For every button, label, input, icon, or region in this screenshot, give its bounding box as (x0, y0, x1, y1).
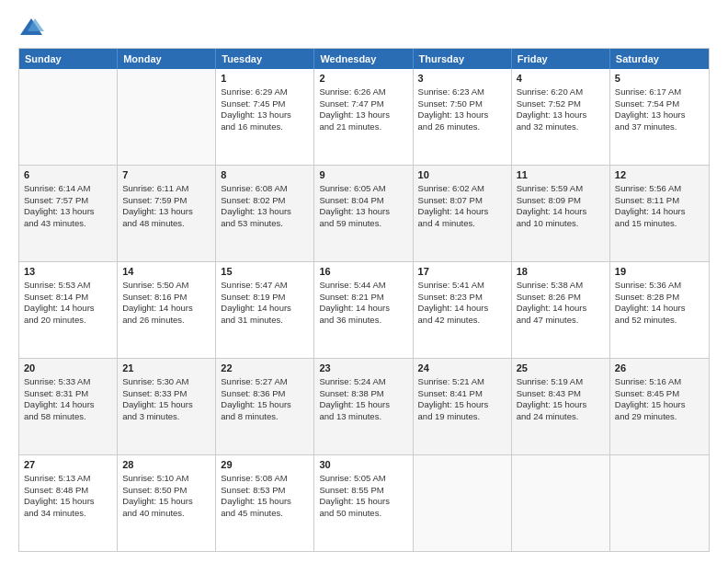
day-info: Sunrise: 5:36 AM (615, 280, 704, 292)
day-info: Sunrise: 5:13 AM (24, 473, 112, 485)
day-info: and 4 minutes. (418, 218, 506, 230)
calendar-cell: 18Sunrise: 5:38 AMSunset: 8:26 PMDayligh… (512, 262, 610, 358)
day-info: Sunrise: 5:50 AM (122, 280, 210, 292)
day-number: 1 (221, 72, 309, 86)
day-info: and 26 minutes. (418, 121, 506, 133)
calendar-cell: 6Sunrise: 6:14 AMSunset: 7:57 PMDaylight… (19, 166, 118, 261)
calendar-cell: 4Sunrise: 6:20 AMSunset: 7:52 PMDaylight… (512, 69, 610, 165)
day-info: Sunrise: 5:41 AM (418, 280, 506, 292)
header-day: Monday (118, 49, 216, 69)
calendar-row: 6Sunrise: 6:14 AMSunset: 7:57 PMDaylight… (19, 165, 709, 261)
calendar-cell: 16Sunrise: 5:44 AMSunset: 8:21 PMDayligh… (314, 262, 413, 358)
calendar-cell: 15Sunrise: 5:47 AMSunset: 8:19 PMDayligh… (216, 262, 314, 358)
day-number: 19 (615, 265, 704, 279)
day-number: 25 (517, 362, 605, 375)
day-info: Sunset: 8:55 PM (319, 485, 407, 497)
day-info: and 19 minutes. (418, 411, 506, 423)
day-info: Sunrise: 6:23 AM (418, 86, 506, 98)
day-info: and 47 minutes. (517, 315, 605, 327)
day-info: Sunset: 7:57 PM (24, 195, 112, 207)
day-info: Sunset: 7:47 PM (319, 98, 407, 110)
day-info: Daylight: 14 hours (319, 303, 407, 315)
day-info: Daylight: 14 hours (615, 303, 704, 315)
day-number: 23 (319, 362, 407, 375)
day-info: Daylight: 14 hours (122, 303, 210, 315)
day-info: Sunset: 8:11 PM (615, 195, 704, 207)
calendar-cell: 22Sunrise: 5:27 AMSunset: 8:36 PMDayligh… (216, 359, 314, 454)
day-number: 24 (418, 362, 506, 375)
day-info: Daylight: 14 hours (418, 303, 506, 315)
day-info: Daylight: 15 hours (319, 399, 407, 411)
day-info: and 43 minutes. (24, 218, 112, 230)
calendar-cell: 1Sunrise: 6:29 AMSunset: 7:45 PMDaylight… (216, 69, 314, 165)
day-info: Sunrise: 5:47 AM (221, 280, 309, 292)
day-info: Sunset: 8:33 PM (122, 388, 210, 400)
calendar-cell: 8Sunrise: 6:08 AMSunset: 8:02 PMDaylight… (216, 166, 314, 261)
calendar-cell: 17Sunrise: 5:41 AMSunset: 8:23 PMDayligh… (414, 262, 512, 358)
day-info: and 16 minutes. (221, 121, 309, 133)
day-number: 3 (418, 72, 506, 86)
day-number: 27 (24, 458, 112, 472)
day-info: and 10 minutes. (517, 218, 605, 230)
day-info: Sunrise: 5:24 AM (319, 376, 407, 388)
day-info: Sunset: 8:07 PM (418, 195, 506, 207)
calendar-cell (118, 69, 216, 165)
day-info: Daylight: 15 hours (615, 399, 704, 411)
calendar-cell: 25Sunrise: 5:19 AMSunset: 8:43 PMDayligh… (512, 359, 610, 454)
day-info: and 53 minutes. (221, 218, 309, 230)
day-info: Daylight: 13 hours (24, 206, 112, 218)
day-number: 18 (517, 265, 605, 279)
day-info: Sunset: 8:41 PM (418, 388, 506, 400)
day-info: Daylight: 13 hours (615, 109, 704, 121)
day-number: 9 (319, 168, 407, 182)
day-info: Sunrise: 5:16 AM (615, 376, 704, 388)
day-number: 4 (517, 72, 605, 86)
day-info: Daylight: 15 hours (24, 496, 112, 508)
day-number: 28 (122, 458, 210, 472)
day-info: Sunset: 8:14 PM (24, 292, 112, 304)
day-number: 20 (24, 362, 112, 375)
day-info: Daylight: 15 hours (221, 496, 309, 508)
day-info: Daylight: 14 hours (24, 303, 112, 315)
day-info: Daylight: 15 hours (418, 399, 506, 411)
day-info: Sunset: 8:16 PM (122, 292, 210, 304)
calendar-body: 1Sunrise: 6:29 AMSunset: 7:45 PMDaylight… (19, 69, 709, 551)
calendar-cell: 21Sunrise: 5:30 AMSunset: 8:33 PMDayligh… (118, 359, 216, 454)
day-info: Daylight: 14 hours (221, 303, 309, 315)
day-info: Sunset: 8:02 PM (221, 195, 309, 207)
day-info: Sunrise: 5:44 AM (319, 280, 407, 292)
day-info: Daylight: 13 hours (122, 206, 210, 218)
day-info: and 48 minutes. (122, 218, 210, 230)
day-info: Daylight: 14 hours (418, 206, 506, 218)
calendar-cell: 20Sunrise: 5:33 AMSunset: 8:31 PMDayligh… (19, 359, 118, 454)
header-day: Friday (512, 49, 610, 69)
calendar-row: 20Sunrise: 5:33 AMSunset: 8:31 PMDayligh… (19, 358, 709, 454)
day-info: Sunrise: 5:30 AM (122, 376, 210, 388)
day-info: Daylight: 15 hours (122, 399, 210, 411)
day-info: Sunset: 7:54 PM (615, 98, 704, 110)
day-info: Sunrise: 6:11 AM (122, 183, 210, 195)
day-info: and 40 minutes. (122, 508, 210, 520)
calendar-row: 13Sunrise: 5:53 AMSunset: 8:14 PMDayligh… (19, 261, 709, 358)
day-number: 13 (24, 265, 112, 279)
day-info: Sunset: 7:52 PM (517, 98, 605, 110)
calendar-row: 1Sunrise: 6:29 AMSunset: 7:45 PMDaylight… (19, 69, 709, 165)
day-info: Sunrise: 5:53 AM (24, 280, 112, 292)
calendar-header: SundayMondayTuesdayWednesdayThursdayFrid… (19, 49, 709, 69)
day-info: and 21 minutes. (319, 121, 407, 133)
day-info: Sunset: 8:50 PM (122, 485, 210, 497)
day-info: and 50 minutes. (319, 508, 407, 520)
calendar-cell (414, 455, 512, 551)
day-info: and 29 minutes. (615, 411, 704, 423)
calendar-cell (610, 455, 709, 551)
day-info: Daylight: 13 hours (221, 206, 309, 218)
day-info: Sunset: 8:26 PM (517, 292, 605, 304)
calendar-cell: 23Sunrise: 5:24 AMSunset: 8:38 PMDayligh… (314, 359, 413, 454)
calendar-cell: 3Sunrise: 6:23 AMSunset: 7:50 PMDaylight… (414, 69, 512, 165)
day-info: Sunrise: 5:56 AM (615, 183, 704, 195)
day-info: Sunrise: 5:05 AM (319, 473, 407, 485)
day-number: 5 (615, 72, 704, 86)
calendar-cell: 12Sunrise: 5:56 AMSunset: 8:11 PMDayligh… (610, 166, 709, 261)
day-info: Sunset: 8:53 PM (221, 485, 309, 497)
day-info: and 26 minutes. (122, 315, 210, 327)
